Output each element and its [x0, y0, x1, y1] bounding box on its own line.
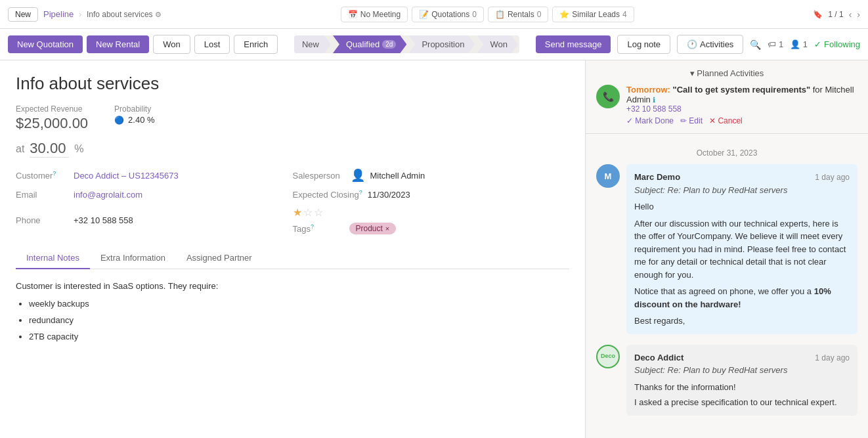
prev-button[interactable]: ‹ — [849, 9, 852, 20]
activity-phone[interactable]: +32 10 588 558 — [626, 104, 857, 114]
salesperson-label: Salesperson — [293, 171, 345, 181]
chat-sender-deco: Deco Addict — [634, 351, 684, 364]
star-3[interactable]: ☆ — [314, 206, 323, 219]
star-rating[interactable]: ★ ☆ ☆ — [293, 206, 570, 219]
rentals-icon: 📋 — [495, 10, 505, 19]
action-bar-left: New Quotation New Rental Won Lost Enrich — [8, 35, 278, 54]
customer-row: Customer? Deco Addict – US12345673 — [16, 168, 293, 183]
activities-button[interactable]: 🕐 Activities — [677, 35, 743, 54]
at-row: at 30.00 % — [16, 140, 569, 158]
activity-time: Tomorrow: — [626, 85, 670, 95]
quotations-icon: 📝 — [419, 10, 429, 19]
action-bar: New Quotation New Rental Won Lost Enrich… — [0, 29, 868, 60]
percent-label: % — [74, 143, 83, 155]
rentals-label: Rentals — [508, 10, 534, 19]
gear-icon[interactable]: ⚙ — [155, 11, 162, 18]
info-grid: Customer? Deco Addict – US12345673 Sales… — [16, 168, 569, 234]
similar-leads-count: 4 — [622, 10, 627, 19]
planned-activities-header: Planned Activities — [596, 68, 857, 78]
tab-assigned-partner[interactable]: Assigned Partner — [176, 248, 263, 269]
info-icon: ℹ — [653, 96, 655, 104]
expected-closing-value[interactable]: 11/30/2023 — [368, 190, 410, 200]
stage-qualified[interactable]: Qualified 2d — [333, 35, 406, 53]
next-button[interactable]: › — [857, 9, 860, 20]
bookmark-icon[interactable]: 🔖 — [813, 10, 823, 19]
notes-item-3: 2TB capacity — [29, 330, 569, 344]
tab-internal-notes[interactable]: Internal Notes — [16, 248, 90, 269]
chat-message-2: Deco Deco Addict 1 day ago Subject: Re: … — [596, 345, 857, 416]
star-icon: ⭐ — [559, 10, 569, 19]
user-icon-button[interactable]: 👤 1 — [790, 39, 808, 49]
chat-subject-marc: Subject: Re: Plan to buy RedHat servers — [634, 184, 850, 197]
no-meeting-button[interactable]: 📅 No Meeting — [341, 7, 408, 22]
tag-remove-icon[interactable]: × — [385, 225, 389, 232]
rentals-button[interactable]: 📋 Rentals 0 — [488, 7, 548, 22]
breadcrumb: Pipeline › Info about services ⚙ — [43, 9, 162, 19]
notes-intro: Customer is interested in SaaS options. … — [16, 280, 569, 294]
edit-link[interactable]: ✏ Edit — [680, 116, 703, 125]
search-icon-button[interactable]: 🔍 — [750, 39, 761, 50]
probability-row: 🔵 2.40 % — [114, 115, 154, 125]
customer-label-text: Customer — [16, 171, 53, 181]
activity-body: Tomorrow: "Call to get system requiremen… — [626, 85, 857, 125]
phone-value: +32 10 588 558 — [74, 215, 133, 225]
at-value[interactable]: 30.00 — [30, 140, 69, 158]
following-button[interactable]: ✓ Following — [814, 39, 860, 49]
quotations-label: Quotations — [431, 10, 469, 19]
chat-text-deco-2: I asked a precise specification to our t… — [634, 396, 850, 409]
enrich-button[interactable]: Enrich — [234, 35, 278, 54]
tabs: Internal Notes Extra Information Assigne… — [16, 248, 569, 269]
customer-label: Customer? — [16, 170, 68, 181]
revenue-value[interactable]: $25,000.00 — [16, 115, 88, 132]
salesperson-value: Mitchell Admin — [370, 171, 425, 181]
star-1[interactable]: ★ — [293, 206, 302, 219]
tab-extra-information[interactable]: Extra Information — [90, 248, 176, 269]
send-message-button[interactable]: Send message — [536, 35, 611, 53]
top-bar: New Pipeline › Info about services ⚙ 📅 N… — [0, 0, 868, 29]
lost-button[interactable]: Lost — [194, 35, 230, 54]
won-button[interactable]: Won — [153, 35, 190, 54]
new-button[interactable]: New — [8, 7, 38, 22]
quotations-button[interactable]: 📝 Quotations 0 — [412, 7, 484, 22]
new-rental-button[interactable]: New Rental — [87, 35, 149, 53]
rentals-count: 0 — [537, 10, 542, 19]
revenue-prob-row: Expected Revenue $25,000.00 Probability … — [16, 104, 569, 132]
stars-tags-col: ★ ☆ ☆ Tags? Product × — [293, 206, 570, 234]
chat-meta-marc: Marc Demo 1 day ago — [634, 171, 850, 184]
calendar-icon: 📅 — [348, 10, 358, 19]
at-label: at — [16, 143, 24, 155]
right-panel: Planned Activities 📞 Tomorrow: "Call to … — [586, 60, 868, 438]
breadcrumb-pipeline[interactable]: Pipeline — [43, 9, 74, 19]
customer-value[interactable]: Deco Addict – US12345673 — [74, 171, 179, 181]
date-divider: October 31, 2023 — [596, 148, 857, 158]
similar-leads-label: Similar Leads — [572, 10, 620, 19]
activity-item: 📞 Tomorrow: "Call to get system requirem… — [596, 85, 857, 125]
new-quotation-button[interactable]: New Quotation — [8, 35, 83, 53]
top-bar-right: 🔖 1 / 1 ‹ › — [813, 9, 860, 20]
customer-tooltip: ? — [53, 170, 56, 177]
email-value[interactable]: info@agrolait.com — [74, 190, 142, 200]
stage-won-label: Won — [490, 39, 508, 49]
activities-label: Activities — [700, 39, 733, 49]
chat-text-deco-1: Thanks for the information! — [634, 381, 850, 394]
top-bar-left: New Pipeline › Info about services ⚙ — [8, 7, 162, 22]
chat-time-marc: 1 day ago — [815, 171, 850, 183]
following-label: Following — [824, 39, 860, 49]
product-tag[interactable]: Product × — [349, 223, 397, 234]
deco-initials: Deco — [601, 353, 615, 360]
chat-avatar-deco: Deco — [596, 345, 620, 368]
cancel-link[interactable]: ✕ Cancel — [709, 116, 743, 125]
expected-closing-label: Expected Closing? — [293, 189, 362, 200]
similar-leads-button[interactable]: ⭐ Similar Leads 4 — [552, 7, 634, 22]
chat-bubble-marc: Marc Demo 1 day ago Subject: Re: Plan to… — [626, 164, 857, 334]
email-label: Email — [16, 190, 68, 200]
quotations-count: 0 — [472, 10, 477, 19]
log-note-button[interactable]: Log note — [617, 35, 670, 54]
mark-done-link[interactable]: ✓ Mark Done — [626, 116, 674, 125]
stage-won[interactable]: Won — [477, 35, 518, 53]
chat-meta-deco: Deco Addict 1 day ago — [634, 351, 850, 364]
star-2[interactable]: ☆ — [303, 206, 313, 219]
stage-new[interactable]: New — [294, 35, 331, 53]
tag-icon-button[interactable]: 🏷 1 — [768, 39, 783, 49]
stage-proposition[interactable]: Proposition — [408, 35, 475, 53]
